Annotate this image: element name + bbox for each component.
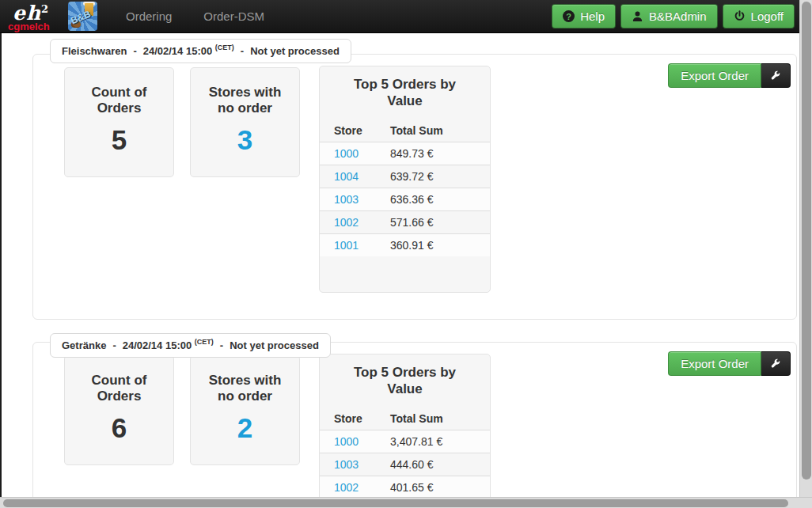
help-button-label: Help xyxy=(580,9,605,23)
total-sum-value: 401.65 € xyxy=(390,481,484,494)
column-header-store: Store xyxy=(334,412,390,425)
app-window: eh2 cgmelch B&B Ordering Order-DSM ? Hel… xyxy=(0,0,812,508)
user-icon xyxy=(632,10,643,22)
column-header-store: Store xyxy=(334,124,390,137)
total-sum-value: 444.60 € xyxy=(390,458,484,471)
top-orders-card: Top 5 Orders by Value Store Total Sum 10… xyxy=(319,354,491,497)
nav-item-ordering[interactable]: Ordering xyxy=(110,0,188,33)
store-link[interactable]: 1001 xyxy=(334,239,390,252)
store-link[interactable]: 1002 xyxy=(334,481,390,494)
table-row: 1000849.73 € xyxy=(320,142,490,165)
export-order-button[interactable]: Export Order xyxy=(668,63,761,88)
column-header-total-sum: Total Sum xyxy=(390,124,484,137)
total-sum-value: 3,407.81 € xyxy=(390,435,484,448)
table-row: 1002401.65 € xyxy=(320,476,490,497)
store-link[interactable]: 1004 xyxy=(334,170,390,183)
separator: - xyxy=(241,45,244,57)
nav-item-order-dsm[interactable]: Order-DSM xyxy=(188,0,280,33)
logoff-button-label: Logoff xyxy=(751,9,784,23)
table-row: 1004639.72 € xyxy=(320,165,490,188)
table-row: 1001360.91 € xyxy=(320,233,490,256)
b-and-b-label: B&B xyxy=(69,9,92,27)
table-row: 1003444.60 € xyxy=(320,453,490,476)
table-header-row: Store Total Sum xyxy=(320,408,490,430)
table-body: 1000849.73 €1004639.72 €1003636.36 €1002… xyxy=(320,142,490,256)
order-datetime: 24/02/14 15:00 (CET) xyxy=(143,44,234,57)
total-sum-value: 639.72 € xyxy=(390,170,484,183)
table-header-row: Store Total Sum xyxy=(320,119,490,142)
vertical-scrollbar-thumb[interactable] xyxy=(802,2,811,480)
count-of-orders-value: 6 xyxy=(65,412,173,444)
stores-no-order-value: 3 xyxy=(191,124,299,156)
stores-no-order-value: 2 xyxy=(191,412,299,444)
main-content: Fleischwaren - 24/02/14 15:00 (CET) - No… xyxy=(2,33,799,497)
count-of-orders-value: 5 xyxy=(65,124,173,156)
horizontal-scrollbar-thumb[interactable] xyxy=(3,499,788,507)
total-sum-value: 636.36 € xyxy=(390,193,484,206)
panel-title-tab: Getränke - 24/02/14 15:00 (CET) - Not ye… xyxy=(50,333,331,358)
user-button-label: B&BAdmin xyxy=(649,9,707,23)
company-logo: eh2 cgmelch xyxy=(6,1,57,32)
count-of-orders-label: Count of Orders xyxy=(78,373,161,404)
stores-no-order-label: Stores with no order xyxy=(203,373,286,404)
horizontal-scrollbar[interactable] xyxy=(0,497,812,508)
separator: - xyxy=(220,339,223,351)
logo-company-name: cgmelch xyxy=(8,21,50,32)
order-datetime: 24/02/14 15:00 (CET) xyxy=(123,339,214,351)
store-link[interactable]: 1000 xyxy=(334,435,390,448)
panel-title-tab: Fleischwaren - 24/02/14 15:00 (CET) - No… xyxy=(50,39,351,63)
wrench-icon xyxy=(770,70,781,82)
store-link[interactable]: 1003 xyxy=(334,458,390,471)
count-of-orders-card: Count of Orders 5 xyxy=(64,67,174,177)
stores-no-order-card: Stores with no order 3 xyxy=(190,67,300,177)
store-link[interactable]: 1003 xyxy=(334,193,390,206)
count-of-orders-card: Count of Orders 6 xyxy=(64,355,174,465)
nav-links: Ordering Order-DSM xyxy=(110,0,280,33)
count-of-orders-label: Count of Orders xyxy=(78,85,161,116)
wrench-icon xyxy=(770,358,781,370)
stores-no-order-label: Stores with no order xyxy=(203,85,286,116)
total-sum-value: 571.66 € xyxy=(390,216,484,229)
column-header-total-sum: Total Sum xyxy=(390,412,484,425)
export-settings-button[interactable] xyxy=(761,63,791,88)
help-button[interactable]: ? Help xyxy=(552,4,616,28)
table-body: 10003,407.81 €1003444.60 €1002401.65 € xyxy=(320,430,490,497)
order-panel-fleischwaren: Fleischwaren - 24/02/14 15:00 (CET) - No… xyxy=(32,54,797,320)
export-order-button[interactable]: Export Order xyxy=(668,351,761,376)
table-row: 10003,407.81 € xyxy=(320,430,490,453)
export-order-split-button: Export Order xyxy=(668,63,791,88)
total-sum-value: 849.73 € xyxy=(390,147,484,160)
logoff-button[interactable]: Logoff xyxy=(723,4,795,28)
help-icon: ? xyxy=(563,10,575,22)
store-link[interactable]: 1000 xyxy=(334,147,390,160)
table-row: 1003636.36 € xyxy=(320,188,490,210)
separator: - xyxy=(112,339,116,351)
b-and-b-app-icon[interactable]: B&B xyxy=(68,2,97,31)
export-order-split-button: Export Order xyxy=(668,351,791,376)
separator: - xyxy=(133,45,136,57)
table-row: 1002571.66 € xyxy=(320,210,490,233)
top-orders-card: Top 5 Orders by Value Store Total Sum 10… xyxy=(319,66,491,293)
product-name: Getränke xyxy=(62,339,106,351)
navbar-buttons: ? Help B&BAdmin Logoff xyxy=(552,4,795,28)
export-settings-button[interactable] xyxy=(761,351,791,376)
navbar: eh2 cgmelch B&B Ordering Order-DSM ? Hel… xyxy=(0,0,799,33)
order-status: Not yet processed xyxy=(250,45,340,57)
timezone-label: (CET) xyxy=(195,338,214,346)
vertical-scrollbar[interactable] xyxy=(799,0,812,497)
order-panel-getraenke: Getränke - 24/02/14 15:00 (CET) - Not ye… xyxy=(32,342,797,497)
top-orders-title: Top 5 Orders by Value xyxy=(346,76,465,109)
order-status: Not yet processed xyxy=(230,339,319,351)
store-link[interactable]: 1002 xyxy=(334,216,390,229)
brand[interactable]: eh2 cgmelch B&B xyxy=(6,1,97,32)
top-orders-title: Top 5 Orders by Value xyxy=(346,364,465,397)
stores-no-order-card: Stores with no order 2 xyxy=(190,355,300,465)
product-name: Fleischwaren xyxy=(62,45,127,57)
window-left-border xyxy=(0,33,2,508)
total-sum-value: 360.91 € xyxy=(390,239,484,252)
power-icon xyxy=(734,10,746,22)
timezone-label: (CET) xyxy=(215,44,234,51)
user-account-button[interactable]: B&BAdmin xyxy=(620,4,718,28)
